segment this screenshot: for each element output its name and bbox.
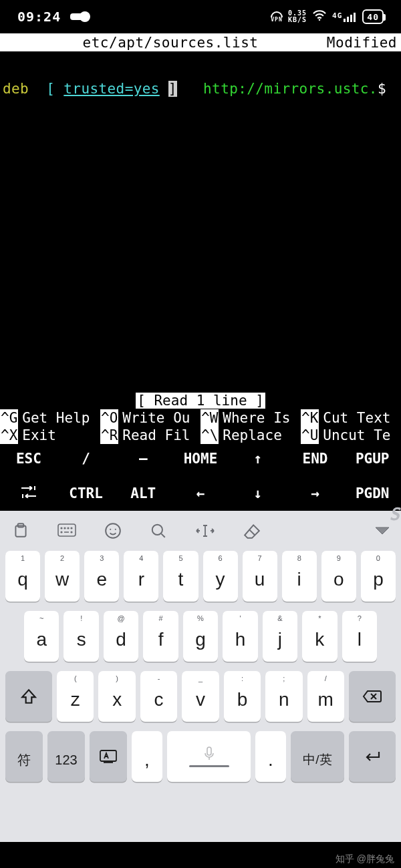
vpn-icon: VPN bbox=[271, 11, 283, 23]
key-q[interactable]: 1q bbox=[5, 551, 40, 602]
key-m[interactable]: /m bbox=[307, 671, 344, 722]
status-time: 09:24 bbox=[17, 9, 61, 25]
key-i[interactable]: 8i bbox=[282, 551, 317, 602]
svg-point-11 bbox=[71, 527, 72, 529]
key-a[interactable]: ~a bbox=[24, 611, 59, 662]
key-backspace[interactable] bbox=[349, 671, 396, 722]
key-f[interactable]: #f bbox=[143, 611, 178, 662]
svg-rect-3 bbox=[350, 15, 352, 22]
key-d[interactable]: @d bbox=[104, 611, 138, 662]
editor-line-1[interactable]: deb [ trusted=yes ] http://mirrors.ustc.… bbox=[3, 65, 398, 113]
svg-line-19 bbox=[161, 533, 164, 537]
key-u[interactable]: 7u bbox=[243, 551, 277, 602]
editor-modified-status: Modified bbox=[303, 35, 397, 51]
svg-point-0 bbox=[319, 19, 321, 21]
battery-icon: 40 bbox=[362, 9, 384, 24]
vpn-key-icon bbox=[70, 13, 85, 20]
network-speed: 0.35 KB/S bbox=[288, 10, 307, 23]
key-numbers[interactable]: 123 bbox=[47, 731, 85, 782]
key-cn-en-toggle[interactable]: 中/英 bbox=[291, 731, 344, 782]
key-l[interactable]: ?l bbox=[342, 611, 377, 662]
key-n[interactable]: ;n bbox=[265, 671, 302, 722]
terminal-extra-keys: ESC / — HOME ↑ END PGUP CTRL ALT ← ↓ → P… bbox=[0, 444, 401, 511]
shortcut-row-2: ^XExit ^RRead Fil ^\Replace ^UUncut Te bbox=[0, 427, 401, 444]
extra-key-end[interactable]: END bbox=[287, 451, 344, 467]
key-r[interactable]: 4r bbox=[124, 551, 158, 602]
svg-point-17 bbox=[115, 529, 116, 530]
key-v[interactable]: _v bbox=[182, 671, 219, 722]
svg-marker-21 bbox=[376, 527, 389, 534]
cellular-signal: 4G bbox=[332, 11, 357, 22]
key-w[interactable]: 2w bbox=[45, 551, 80, 602]
eraser-icon[interactable] bbox=[243, 522, 261, 539]
keyboard-toolbar bbox=[0, 511, 401, 551]
shortcut-key-replace[interactable]: ^\ bbox=[200, 427, 219, 444]
key-j[interactable]: &j bbox=[263, 611, 297, 662]
key-language[interactable] bbox=[90, 731, 127, 782]
extra-key-esc[interactable]: ESC bbox=[0, 451, 57, 467]
clipboard-icon[interactable] bbox=[12, 522, 29, 539]
svg-point-8 bbox=[61, 527, 62, 529]
svg-rect-7 bbox=[58, 524, 76, 536]
svg-point-15 bbox=[106, 523, 120, 538]
svg-line-20 bbox=[249, 529, 255, 535]
shortcut-key-write-out[interactable]: ^O bbox=[100, 409, 118, 427]
key-h[interactable]: 'h bbox=[223, 611, 257, 662]
key-c[interactable]: -c bbox=[140, 671, 177, 722]
cursor: ] bbox=[168, 81, 177, 97]
key-t[interactable]: 5t bbox=[163, 551, 198, 602]
key-x[interactable]: )x bbox=[98, 671, 135, 722]
svg-point-12 bbox=[61, 531, 62, 533]
shortcut-key-read-file[interactable]: ^R bbox=[100, 427, 118, 444]
extra-key-tab[interactable] bbox=[0, 485, 57, 501]
key-space[interactable] bbox=[167, 731, 251, 782]
watermark: 知乎 @胖兔兔 bbox=[336, 853, 394, 865]
shortcut-row-1: ^GGet Help ^OWrite Ou ^WWhere Is ^KCut T… bbox=[0, 409, 401, 427]
key-b[interactable]: :b bbox=[224, 671, 261, 722]
svg-point-18 bbox=[152, 525, 162, 535]
key-z[interactable]: (z bbox=[57, 671, 94, 722]
extra-key-ctrl[interactable]: CTRL bbox=[57, 485, 115, 501]
extra-key-right[interactable]: → bbox=[287, 485, 344, 501]
svg-point-16 bbox=[110, 529, 111, 530]
sogou-logo-icon: S bbox=[389, 504, 400, 524]
extra-key-pgup[interactable]: PGUP bbox=[344, 451, 401, 467]
emoji-icon[interactable] bbox=[104, 522, 122, 539]
shortcut-key-uncut[interactable]: ^U bbox=[301, 427, 319, 444]
collapse-keyboard-icon[interactable] bbox=[376, 526, 389, 535]
extra-key-down[interactable]: ↓ bbox=[229, 485, 287, 501]
keyboard-settings-icon[interactable] bbox=[57, 523, 76, 538]
wifi-icon bbox=[312, 9, 327, 25]
key-p[interactable]: 0p bbox=[361, 551, 396, 602]
editor-content[interactable]: deb [ trusted=yes ] http://mirrors.ustc.… bbox=[0, 51, 401, 392]
key-comma[interactable]: , bbox=[132, 731, 162, 782]
svg-rect-2 bbox=[347, 17, 349, 22]
shortcut-key-cut[interactable]: ^K bbox=[301, 409, 319, 427]
editor-message: [ Read 1 line ] bbox=[0, 392, 401, 409]
extra-key-pgdn[interactable]: PGDN bbox=[344, 485, 401, 501]
key-e[interactable]: 3e bbox=[84, 551, 119, 602]
key-enter[interactable] bbox=[349, 731, 396, 782]
key-o[interactable]: 9o bbox=[321, 551, 356, 602]
extra-key-left[interactable]: ← bbox=[172, 485, 229, 501]
svg-rect-1 bbox=[344, 19, 346, 22]
key-period[interactable]: . bbox=[255, 731, 286, 782]
extra-key-slash[interactable]: / bbox=[57, 451, 115, 467]
svg-point-10 bbox=[68, 527, 69, 529]
extra-key-alt[interactable]: ALT bbox=[114, 485, 172, 501]
key-symbols[interactable]: 符 bbox=[5, 731, 43, 782]
svg-rect-26 bbox=[207, 747, 211, 755]
cursor-tool-icon[interactable] bbox=[195, 523, 215, 539]
key-s[interactable]: !s bbox=[63, 611, 98, 662]
key-k[interactable]: *k bbox=[302, 611, 337, 662]
extra-key-up[interactable]: ↑ bbox=[229, 451, 287, 467]
extra-key-home[interactable]: HOME bbox=[172, 451, 229, 467]
key-shift[interactable] bbox=[5, 671, 52, 722]
key-g[interactable]: %g bbox=[183, 611, 218, 662]
search-icon[interactable] bbox=[150, 522, 167, 539]
shortcut-key-get-help[interactable]: ^G bbox=[0, 409, 18, 427]
shortcut-key-exit[interactable]: ^X bbox=[0, 427, 18, 444]
extra-key-dash[interactable]: — bbox=[114, 451, 172, 467]
key-y[interactable]: 6y bbox=[203, 551, 238, 602]
shortcut-key-where-is[interactable]: ^W bbox=[200, 409, 219, 427]
